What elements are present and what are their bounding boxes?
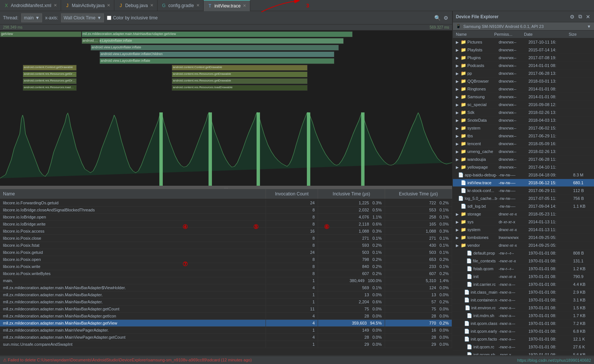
table-row[interactable]: mll.zx.mildecoration.adapter.main.MainNa… [0, 291, 452, 298]
tree-row[interactable]: 📄 init.container.rc -rwxr-x--- 1970-01-0… [453, 296, 594, 304]
tree-row[interactable]: 📄 init.qcom.rc -rwxr-x--- 1970-01-01 08:… [453, 343, 594, 351]
tree-row[interactable]: ▶ 📁 storage drwxr-xr-x 2018-05-23 11: [453, 210, 594, 218]
thread-selector[interactable]: main ▼ [21, 13, 42, 22]
table-row[interactable]: mll.zx.mildecoration.adapter.main.MainNa… [0, 298, 452, 306]
table-row[interactable]: libcore.io.Posix.getuid 24 503 0.1% 503 … [0, 249, 452, 256]
tree-row[interactable]: 📄 init -rwxr-xr-x 1970-01-01 08: 790.9 [453, 273, 594, 281]
tree-row[interactable]: 📄 init.mdm.sh -rwxr-x--- 1970-01-01 08: … [453, 312, 594, 320]
tree-row[interactable]: ▶ 📁 tombstones lrwxrwxrwx 2014-09-25 05: [453, 234, 594, 242]
table-row[interactable]: main. 1 380,449 100.0% 5,310 1.4% [0, 277, 452, 284]
table-row[interactable]: libcore.io.IoBridge.write 8 2,118 0.6% 1… [0, 221, 452, 228]
tree-row[interactable]: ▶ 📁 Playlists drwxrwx-- 2015-07-14 14: [453, 46, 594, 54]
tree-row[interactable]: 📄 app-baidu-debug-20180... -rw-rw---- 20… [453, 171, 594, 179]
tree-row[interactable]: ▶ 📁 Ringtones drwxrwx-- 2014-01-01 08: [453, 85, 594, 93]
color-checkbox[interactable] [107, 16, 111, 20]
tree-row[interactable]: 📄 init.qcom.factory.sh -rwxr-x--- 1970-0… [453, 335, 594, 343]
tab-debug-java[interactable]: J Debug.java ✕ [114, 0, 158, 11]
tree-row[interactable]: ▶ 📁 yellowpage drwxrwx-- 2017-04-10 11: [453, 163, 594, 171]
tree-row[interactable]: 📄 init.qcom.sh -rwxr-x--- 1970-01-01 08:… [453, 351, 594, 355]
table-row[interactable]: mll.zx.mildecoration.adapter.main.MainVi… [0, 327, 452, 334]
tree-row[interactable]: 📄 initView.trace -rw-rw---- 2018-06-12 1… [453, 179, 594, 187]
tree-size: 7.2 KB [572, 321, 594, 326]
table-row[interactable]: mll.zx.mildecoration.adapter.main.MainNa… [0, 320, 452, 327]
svg-rect-1 [159, 112, 163, 186]
table-row[interactable]: libcore.io.Posix.fstat 8 593 0.2% 430 0.… [0, 242, 452, 249]
tree-row[interactable]: ▶ 📁 Samsung drwxrwx-- 2014-01-01 08: [453, 93, 594, 101]
right-panel-icons: ⚙ ⧉ ✕ [569, 13, 591, 20]
table-row[interactable]: libcore.io.Posix.write 8 840 0.2% 233 0.… [0, 263, 452, 270]
tree-name: ▶ 📁 system [453, 125, 497, 131]
folder-icon: 📁 [461, 110, 466, 115]
xaxis-selector[interactable]: Wall Clock Time ▼ [61, 13, 104, 22]
tree-row[interactable]: ▶ 📁 system drwxr-xr-x 2014-01-13 11: [453, 226, 594, 234]
right-panel-header: Device File Explorer ⚙ ⧉ ✕ [453, 11, 594, 22]
tree-row[interactable]: ▶ 📁 sc_special drwxrwx-- 2016-09-08 12: [453, 101, 594, 109]
table-header-exclusive[interactable]: Exclusive Time (µs) [385, 189, 452, 199]
status-link[interactable]: https://blog.csdn.net/zphus18990140682 [517, 358, 591, 363]
settings-icon[interactable]: ⚙ [569, 13, 575, 20]
tree-row[interactable]: ▶ 📁 vendor drwxr-xr-x 2014-09-25 05: [453, 242, 594, 249]
expand-icon[interactable]: ⧉ [578, 13, 583, 20]
table-row[interactable]: libcore.io.Posix.writeBytes 8 607 0.2% 6… [0, 270, 452, 277]
cell-exclusive: 28 0.0% [385, 334, 452, 341]
tree-row[interactable]: 📄 log_5.0_cache...txt -rw-rw---- 2017-07… [453, 195, 594, 202]
tree-row[interactable]: 📄 init.environ.rc -rwxr-x--- 1970-01-01 … [453, 304, 594, 312]
flame-graph[interactable]: getView mil.zx.mildecoration.adapter.mai… [0, 31, 452, 187]
color-checkbox-label[interactable]: Color by inclusive time [107, 15, 158, 20]
table-row[interactable]: sun.misc.Unsafe.compareAndSwapInt 1 29 0… [0, 341, 452, 348]
table-row[interactable]: libcore.io.Posix.open 8 798 0.2% 653 0.2… [0, 256, 452, 263]
table-row[interactable]: mll.zx.mildecoration.adapter.main.MainNa… [0, 306, 452, 313]
table-row[interactable]: mll.zx.mildecoration.adapter.main.MainNa… [0, 313, 452, 320]
table-header-name[interactable]: Name [0, 189, 266, 199]
table-row[interactable]: mll.zx.mildecoration.adapter.main.MainVi… [0, 334, 452, 341]
close-icon[interactable]: ✕ [54, 3, 57, 8]
table-row[interactable]: libcore.io.IoBridge.closeAndSignalBlocke… [0, 207, 452, 214]
close-icon[interactable]: ✕ [150, 3, 153, 8]
table-row[interactable]: libcore.io.Posix.access 16 1,088 0.3% 1,… [0, 228, 452, 235]
tree-row[interactable]: ▶ 📁 QQBrowser drwxrwx-- 2018-03-01 13: [453, 77, 594, 85]
table-row[interactable]: libcore.io.ForwardingOs.getuid 24 1,225 … [0, 199, 452, 207]
file-tree[interactable]: Name Permiss... Date Size ▶ 📁 Pictures d… [453, 31, 594, 355]
tree-row[interactable]: 📄 init.class_main.sh -rwxr-x--- 1970-01-… [453, 288, 594, 296]
tree-row[interactable]: 📄 file_contexts -rwxr-xr-x 1970-01-01 08… [453, 257, 594, 265]
tree-row[interactable]: 📄 init.qcom.class_core.sh -rwxr-x--- 197… [453, 320, 594, 328]
tree-row[interactable]: 📄 default.prop -rw-r--r-- 1970-01-01 08:… [453, 249, 594, 257]
tab-config-gradle[interactable]: G config.gradle ✕ [158, 0, 204, 11]
device-selector[interactable]: 📱 Samsung SM-N9108V Android 6.0.1, API 2… [453, 22, 594, 31]
file-icon: 📄 [458, 196, 464, 201]
tree-row[interactable]: 📄 sdl_log.txt -rw-rw---- 2017-09-04 14: … [453, 202, 594, 210]
tree-row[interactable]: 📄 init.carrier.rc -rwxr-x--- 1970-01-01 … [453, 281, 594, 288]
tree-row[interactable]: 📄 init.qcom.early_boot.sh -rwxr-x--- 197… [453, 328, 594, 335]
cell-exclusive: 653 0.2% [385, 256, 452, 263]
table-header-count[interactable]: Invocation Count [266, 189, 318, 199]
tab-android-manifest[interactable]: X AndroidManifest.xml ✕ [0, 0, 61, 11]
tree-row[interactable]: 📄 kr-stock-conf... -rw-rw---- 2017-06-29… [453, 187, 594, 195]
tree-row[interactable]: ▶ 📁 wandoujia drwxrwx-- 2017-06-28 11: [453, 156, 594, 163]
close-icon[interactable]: ✕ [107, 3, 110, 8]
tree-row[interactable]: 📄 fstab.qcom -rw-r--r-- 1970-01-01 08: 1… [453, 265, 594, 273]
table-header-inclusive[interactable]: Inclusive Time (µs) [318, 189, 385, 199]
tree-row[interactable]: ▶ 📁 sys dr-xr-xr-x 2014-01-13 11: [453, 218, 594, 226]
settings-button[interactable]: ⚙ [443, 14, 449, 22]
tree-row[interactable]: ▶ 📁 SnoteData drwxrwx-- 2018-04-03 13: [453, 116, 594, 124]
tree-row[interactable]: ▶ 📁 pp drwxrwx-- 2017-06-28 13: [453, 70, 594, 77]
close-icon[interactable]: ✕ [585, 13, 591, 20]
folder-icon: 📁 [461, 102, 466, 107]
tree-row[interactable]: ▶ 📁 tbs drwxrwx-- 2017-06-29 11: [453, 132, 594, 140]
tab-main-activity[interactable]: J MainActivity.java ✕ [61, 0, 114, 11]
table-row[interactable]: libcore.io.Posix.close 8 271 0.1% 271 0.… [0, 235, 452, 242]
table-row[interactable]: mll.zx.mildecoration.adapter.main.MainNa… [0, 284, 452, 291]
search-button[interactable]: 🔍 [433, 14, 441, 22]
tree-row[interactable]: ▶ 📁 Sdk drwxrwx-- 2018-02-26 13: [453, 109, 594, 116]
tree-row[interactable]: ▶ 📁 Podcasts drwxrwx-- 2014-01-01 08: [453, 62, 594, 70]
table-row[interactable]: libcore.io.IoBridge.open 8 4,076 1.1% 25… [0, 214, 452, 221]
close-icon[interactable]: ✕ [196, 3, 200, 8]
close-icon[interactable]: ✕ [243, 3, 246, 8]
tree-row[interactable]: ▶ 📁 tencent drwxrwx-- 2018-05-09 16: [453, 140, 594, 148]
tab-init-view-trace[interactable]: T initView.trace ✕ [204, 0, 250, 11]
tree-row[interactable]: ▶ 📁 Plugins drwxrwx-- 2017-07-08 19: [453, 54, 594, 62]
profiler-table[interactable]: Name Invocation Count Inclusive Time (µs… [0, 189, 452, 355]
tree-row[interactable]: ▶ 📁 umeng_cache drwxrwx-- 2018-02-26 13: [453, 148, 594, 156]
tree-row[interactable]: ▶ 📁 system drwxrwx-- 2017-06-02 15: [453, 124, 594, 132]
tree-row[interactable]: ▶ 📁 Pictures drwxrwx-- 2017-10-11 16: [453, 38, 594, 46]
